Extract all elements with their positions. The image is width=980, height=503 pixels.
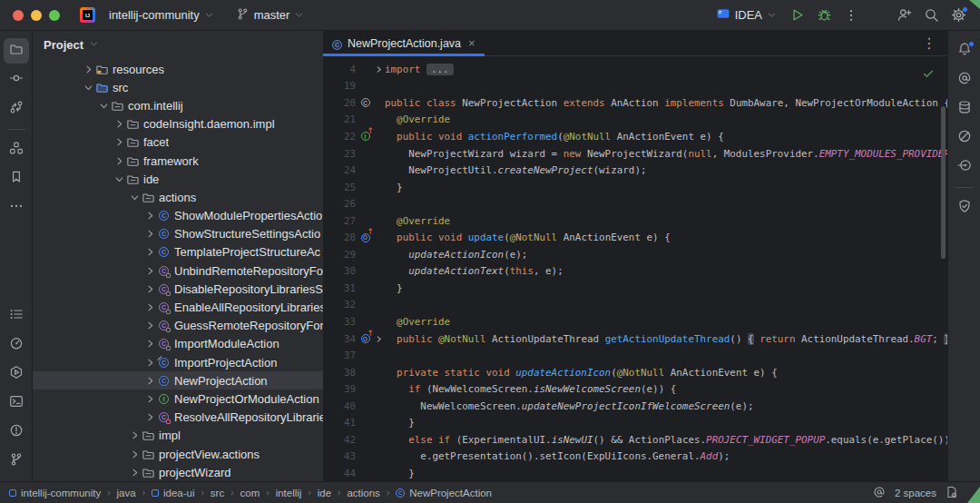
tree-chevron-icon[interactable] xyxy=(143,229,156,239)
tool-trusted-project[interactable] xyxy=(952,195,977,221)
tree-chevron-icon[interactable] xyxy=(143,376,156,386)
code-line-21[interactable]: 21 @Override xyxy=(323,112,947,129)
minimize-window-button[interactable] xyxy=(31,10,42,21)
tool-profiler[interactable] xyxy=(4,332,29,358)
code-line-26[interactable]: 26 xyxy=(323,195,947,212)
tree-chevron-icon[interactable] xyxy=(113,137,125,147)
tree-item-facet[interactable]: facet xyxy=(33,133,323,152)
project-selector[interactable]: intellij-community xyxy=(103,5,220,25)
tree-item-codeInsight.daemon.impl[interactable]: codeInsight.daemon.impl xyxy=(33,115,323,133)
close-window-button[interactable] xyxy=(13,10,24,21)
code-text[interactable]: } xyxy=(385,468,415,479)
line-number[interactable]: 43 xyxy=(323,450,356,462)
tool-project[interactable] xyxy=(4,38,29,64)
breadcrumb-item-NewProjectAction[interactable]: CNewProjectAction xyxy=(396,488,492,498)
tree-item-DisableRepositoryLibrariesSh[interactable]: CDisableRepositoryLibrariesSh xyxy=(33,280,323,298)
line-number[interactable]: 28 xyxy=(323,232,356,243)
tool-structure[interactable] xyxy=(4,137,29,163)
tree-chevron-icon[interactable] xyxy=(143,412,156,422)
line-number[interactable]: 31 xyxy=(323,282,356,294)
line-number[interactable]: 30 xyxy=(323,265,356,277)
code-text[interactable]: else if (ExperimentalUI.isNewUI() && Act… xyxy=(385,434,947,446)
zoom-window-button[interactable] xyxy=(49,10,60,21)
breadcrumb-item-java[interactable]: java xyxy=(117,488,136,498)
code-text[interactable]: @Override xyxy=(385,316,450,328)
tool-bookmarks[interactable] xyxy=(4,166,29,192)
more-actions-kebab[interactable] xyxy=(838,4,864,27)
code-text[interactable]: e.getPresentation().setIcon(ExpUiIcons.G… xyxy=(385,450,730,462)
code-text[interactable]: NewProjectWizard wizard = new NewProject… xyxy=(385,148,947,160)
class-gutter-icon[interactable]: C xyxy=(359,97,371,109)
tree-chevron-icon[interactable] xyxy=(128,192,141,202)
tool-todo[interactable] xyxy=(4,303,29,329)
tree-item-ImportModuleAction[interactable]: CImportModuleAction xyxy=(33,335,323,353)
tool-terminal[interactable] xyxy=(4,390,29,416)
code-text[interactable]: updateActionIcon(e); xyxy=(385,249,527,261)
code-text[interactable]: public void update(@NotNull AnActionEven… xyxy=(385,232,671,243)
tree-chevron-icon[interactable] xyxy=(143,321,156,330)
line-number[interactable]: 33 xyxy=(323,316,356,328)
tool-dependencies[interactable] xyxy=(952,154,977,180)
code-line-22[interactable]: 22I↑ public void actionPerformed(@NotNul… xyxy=(323,128,947,145)
code-with-me-button[interactable] xyxy=(891,4,916,27)
line-number[interactable]: 4 xyxy=(323,64,356,75)
tree-chevron-icon[interactable] xyxy=(143,339,156,349)
tree-item-ShowModulePropertiesActio[interactable]: CShowModulePropertiesActio xyxy=(33,207,323,225)
tree-chevron-icon[interactable] xyxy=(97,101,110,111)
code-line-34[interactable]: 34O↑ public @NotNull ActionUpdateThread … xyxy=(323,330,947,348)
tree-chevron-icon[interactable] xyxy=(143,358,156,368)
line-number[interactable]: 29 xyxy=(323,249,356,261)
line-number[interactable]: 24 xyxy=(323,164,356,176)
line-number[interactable]: 32 xyxy=(323,299,356,311)
indent-info[interactable]: 2 spaces xyxy=(895,488,936,498)
code-text[interactable]: NewWelcomeScreen.updateNewProjectIconIfW… xyxy=(385,400,754,412)
line-number[interactable]: 34 xyxy=(323,333,356,345)
tree-chevron-icon[interactable] xyxy=(128,449,141,459)
tree-chevron-icon[interactable] xyxy=(143,394,156,404)
code-editor[interactable]: 4import ...1920Cpublic class NewProjectA… xyxy=(323,56,947,481)
tool-notifications[interactable] xyxy=(952,38,977,64)
overrides-method-gutter-icon[interactable]: O↑ xyxy=(359,333,371,345)
search-everywhere-button[interactable] xyxy=(918,4,944,27)
code-text[interactable]: @Override xyxy=(385,113,450,125)
editor-scrollbar[interactable] xyxy=(941,106,946,259)
tree-chevron-icon[interactable] xyxy=(113,156,125,166)
code-line-23[interactable]: 23 NewProjectWizard wizard = new NewProj… xyxy=(323,145,947,163)
code-text[interactable]: } xyxy=(385,182,403,193)
code-line-40[interactable]: 40 NewWelcomeScreen.updateNewProjectIcon… xyxy=(323,398,947,415)
tree-item-NewProjectOrModuleAction[interactable]: INewProjectOrModuleAction xyxy=(33,390,323,408)
tool-pull-requests[interactable] xyxy=(4,96,29,122)
tool-services[interactable] xyxy=(4,361,29,387)
code-line-25[interactable]: 25 } xyxy=(323,179,947,196)
tree-item-EnableAllRepositoryLibraries[interactable]: CEnableAllRepositoryLibraries xyxy=(33,298,323,316)
line-number[interactable]: 20 xyxy=(323,97,356,109)
line-number[interactable]: 39 xyxy=(323,383,356,395)
code-text[interactable]: if (NewWelcomeScreen.isNewWelcomeScreen(… xyxy=(385,383,676,395)
breadcrumb-item-src[interactable]: src xyxy=(211,488,224,498)
tree-chevron-icon[interactable] xyxy=(82,83,94,93)
implements-method-gutter-icon[interactable]: I↑ xyxy=(359,131,371,143)
debug-button[interactable] xyxy=(811,4,837,27)
line-number[interactable]: 38 xyxy=(323,367,356,379)
tree-item-projectWizard[interactable]: projectWizard xyxy=(33,463,323,481)
line-number[interactable]: 19 xyxy=(323,80,356,92)
editor-options-kebab[interactable]: ⋮ xyxy=(911,35,947,52)
line-number[interactable]: 42 xyxy=(323,434,356,446)
code-text[interactable]: NewProjectUtil.createNewProject(wizard); xyxy=(385,164,647,176)
code-line-27[interactable]: 27 @Override xyxy=(323,212,947,230)
ai-assistant-status-icon[interactable] xyxy=(873,486,886,500)
code-text[interactable]: public void actionPerformed(@NotNull AnA… xyxy=(385,131,724,143)
tree-item-GuessRemoteRepositoryForE[interactable]: CGuessRemoteRepositoryForE xyxy=(33,317,323,335)
tree-item-ImportProjectAction[interactable]: CImportProjectAction xyxy=(33,353,323,371)
line-number[interactable]: 37 xyxy=(323,350,356,361)
tree-item-impl[interactable]: impl xyxy=(33,427,323,445)
run-configuration-selector[interactable]: IDEA xyxy=(710,4,782,26)
tree-chevron-icon[interactable] xyxy=(113,119,125,129)
tree-item-NewProjectAction[interactable]: CNewProjectAction xyxy=(33,371,323,390)
inspections-ok-icon[interactable] xyxy=(922,67,935,83)
tree-chevron-icon[interactable] xyxy=(143,247,156,257)
code-text[interactable]: public @NotNull ActionUpdateThread getAc… xyxy=(385,333,947,345)
tree-item-com.intellij[interactable]: com.intellij xyxy=(33,96,323,114)
breadcrumb-item-ide[interactable]: ide xyxy=(318,488,331,498)
run-button[interactable] xyxy=(784,4,809,27)
